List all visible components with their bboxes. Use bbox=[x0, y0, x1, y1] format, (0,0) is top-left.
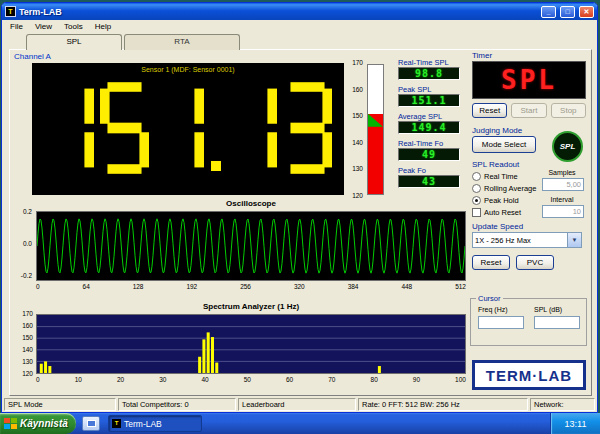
status-network: Network: bbox=[530, 398, 595, 411]
spl-level-meter bbox=[367, 64, 384, 195]
radio-selected-icon bbox=[472, 196, 481, 205]
osc-y-tick: 0.0 bbox=[12, 240, 32, 247]
status-mode: SPL Mode bbox=[4, 398, 116, 411]
readout-peak-spl: Peak SPL 151.1 bbox=[398, 85, 464, 107]
title-bar[interactable]: T Term-LAB _ □ ✕ bbox=[2, 3, 597, 20]
spectrum-bars bbox=[40, 332, 381, 373]
taskbar: Käynnistä T Term-LAB 13:11 bbox=[0, 413, 600, 434]
cursor-group-label: Cursor bbox=[476, 294, 503, 303]
waveform-trace bbox=[37, 219, 465, 273]
close-button[interactable]: ✕ bbox=[579, 6, 594, 18]
checkbox-auto-reset[interactable]: Auto Reset bbox=[472, 206, 536, 218]
timer-stop-button[interactable]: Stop bbox=[551, 103, 586, 118]
meter-tick: 170 bbox=[352, 59, 363, 66]
meter-green-band bbox=[368, 114, 383, 127]
menu-bar: File View Tools Help bbox=[2, 20, 597, 32]
pvc-button[interactable]: PVC bbox=[516, 255, 554, 270]
sensor-label: Sensor 1 (MDF: Sensor 0001) bbox=[32, 66, 344, 73]
timer-display: SPL bbox=[472, 61, 586, 99]
tab-rta[interactable]: RTA bbox=[124, 34, 240, 50]
maximize-button[interactable]: □ bbox=[560, 6, 575, 18]
readout-real-time-fo: Real-Time Fo 49 bbox=[398, 139, 464, 161]
meter-scale: 170 160 150 140 130 120 bbox=[340, 59, 363, 199]
judging-mode-label: Judging Mode bbox=[472, 126, 522, 135]
termlab-logo: TERM·LAB bbox=[472, 360, 586, 390]
clock: 13:11 bbox=[565, 419, 587, 429]
app-icon: T bbox=[5, 6, 16, 17]
mode-select-button[interactable]: Mode Select bbox=[472, 136, 536, 153]
status-competitors: Total Competitors: 0 bbox=[118, 398, 236, 411]
menu-help[interactable]: Help bbox=[89, 22, 117, 31]
spectrum-y-axis: 170 160 150 140 130 120 bbox=[12, 310, 33, 377]
radio-real-time[interactable]: Real Time bbox=[472, 170, 536, 182]
tab-spl[interactable]: SPL bbox=[26, 34, 122, 50]
spectrum-title: Spectrum Analyzer (1 Hz) bbox=[36, 302, 466, 311]
termlab-app-icon: T bbox=[112, 419, 121, 428]
system-tray: 13:11 bbox=[550, 413, 600, 434]
chevron-down-icon[interactable]: ▼ bbox=[567, 233, 581, 247]
status-bar: SPL Mode Total Competitors: 0 Leaderboar… bbox=[4, 398, 595, 411]
window-glyph-icon bbox=[87, 420, 96, 427]
cursor-spl-field[interactable] bbox=[534, 316, 580, 329]
menu-view[interactable]: View bbox=[29, 22, 58, 31]
window-title: Term-LAB bbox=[19, 7, 537, 17]
radio-icon bbox=[472, 184, 481, 193]
oscilloscope-plot bbox=[36, 211, 466, 281]
status-rate: Rate: 0 FFT: 512 BW: 256 Hz bbox=[358, 398, 528, 411]
update-speed-select[interactable]: 1X - 256 Hz Max ▼ bbox=[472, 232, 582, 248]
radio-rolling-average[interactable]: Rolling Average bbox=[472, 182, 536, 194]
reset-button[interactable]: Reset bbox=[472, 255, 510, 270]
samples-label: Samples bbox=[538, 169, 586, 176]
osc-y-tick: -0.2 bbox=[12, 272, 32, 279]
start-button[interactable]: Käynnistä bbox=[0, 413, 76, 434]
meter-tick: 120 bbox=[352, 192, 363, 199]
spl-readout-options: Real Time Rolling Average Peak Hold Auto… bbox=[472, 170, 536, 218]
cursor-freq-field[interactable] bbox=[478, 316, 524, 329]
led-display: 98.8 bbox=[398, 67, 460, 80]
channel-label: Channel A bbox=[14, 52, 51, 61]
windows-logo-icon bbox=[4, 418, 17, 430]
spl-readout-label: SPL Readout bbox=[472, 160, 519, 169]
osc-y-tick: 0.2 bbox=[12, 208, 32, 215]
timer-section-label: Timer bbox=[472, 51, 492, 60]
interval-field[interactable]: 10 bbox=[542, 205, 584, 218]
readout-column: Real-Time SPL 98.8 Peak SPL 151.1 Averag… bbox=[398, 58, 464, 193]
timer-start-button[interactable]: Start bbox=[511, 103, 546, 118]
menu-tools[interactable]: Tools bbox=[58, 22, 89, 31]
interval-label: Interval bbox=[538, 196, 586, 203]
led-display: 149.4 bbox=[398, 121, 460, 134]
samples-field[interactable]: 5,00 bbox=[542, 178, 584, 191]
update-speed-label: Update Speed bbox=[472, 222, 523, 231]
readout-average-spl: Average SPL 149.4 bbox=[398, 112, 464, 134]
spectrum-plot bbox=[36, 314, 466, 374]
menu-file[interactable]: File bbox=[4, 22, 29, 31]
status-leaderboard: Leaderboard bbox=[238, 398, 356, 411]
timer-buttons: Reset Start Stop bbox=[472, 103, 586, 118]
cursor-group: Cursor Freq (Hz) SPL (dB) bbox=[470, 298, 587, 346]
spl-main-display: Sensor 1 (MDF: Sensor 0001) bbox=[32, 63, 344, 195]
readout-peak-fo: Peak Fo 43 bbox=[398, 166, 464, 188]
quick-launch-icon[interactable] bbox=[82, 416, 100, 431]
meter-tick: 160 bbox=[352, 86, 363, 93]
spectrum-x-axis: 0 10 20 30 40 50 60 70 80 90 100 bbox=[36, 376, 466, 383]
tab-strip: SPL RTA bbox=[26, 34, 242, 50]
cursor-spl-label: SPL (dB) bbox=[534, 306, 562, 313]
readout-real-time-spl: Real-Time SPL 98.8 bbox=[398, 58, 464, 80]
cursor-freq-label: Freq (Hz) bbox=[478, 306, 508, 313]
meter-tick: 150 bbox=[352, 112, 363, 119]
meter-tick: 140 bbox=[352, 139, 363, 146]
checkbox-icon bbox=[472, 208, 481, 217]
minimize-button[interactable]: _ bbox=[541, 6, 556, 18]
radio-peak-hold[interactable]: Peak Hold bbox=[472, 194, 536, 206]
led-display: 43 bbox=[398, 175, 460, 188]
meter-tick: 130 bbox=[352, 165, 363, 172]
taskbar-item-termlab[interactable]: T Term-LAB bbox=[108, 415, 202, 432]
meter-red-fill bbox=[368, 114, 383, 194]
timer-reset-button[interactable]: Reset bbox=[472, 103, 507, 118]
osc-x-axis: 0 64 128 192 256 320 384 448 512 bbox=[36, 283, 466, 290]
led-display: 49 bbox=[398, 148, 460, 161]
oscilloscope-title: Oscilloscope bbox=[36, 199, 466, 208]
app-window: T Term-LAB _ □ ✕ File View Tools Help SP… bbox=[1, 2, 598, 413]
spl-logo-icon: SPL bbox=[552, 131, 583, 162]
radio-icon bbox=[472, 172, 481, 181]
